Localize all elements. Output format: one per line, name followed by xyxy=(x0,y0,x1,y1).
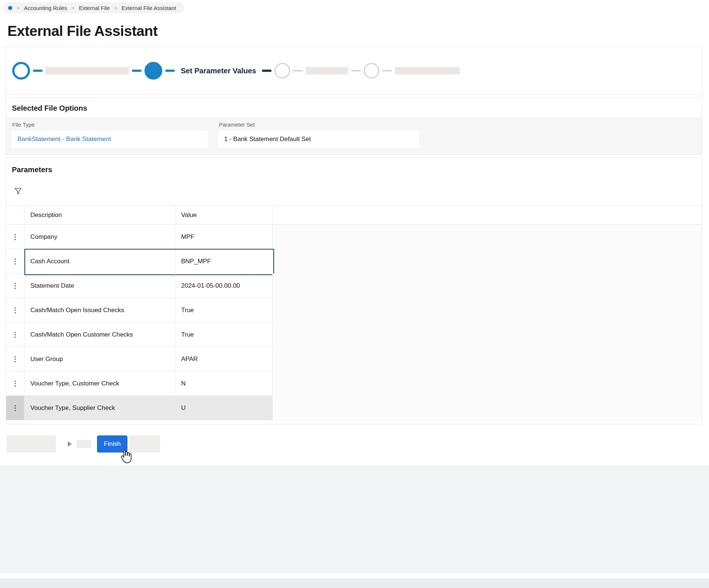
page-background-lower xyxy=(0,466,709,573)
param-description: Company xyxy=(24,225,175,249)
param-description: Voucher Type, Supplier Check xyxy=(24,396,175,420)
bottom-strip xyxy=(0,578,709,588)
wizard-footer: Finish xyxy=(7,435,709,452)
param-description: User Group xyxy=(24,347,175,371)
row-menu-button[interactable]: ⋮ xyxy=(6,225,24,249)
parameters-title: Parameters xyxy=(6,158,702,174)
parameters-table: Description Value ⋮ Company MPF ⋮ Cash A… xyxy=(6,205,702,420)
step-connector xyxy=(382,70,392,71)
step-1-indicator[interactable] xyxy=(12,62,30,80)
row-filler xyxy=(273,274,702,298)
step-connector xyxy=(351,70,361,71)
page-title: External File Assistant xyxy=(7,23,709,39)
filter-button[interactable] xyxy=(12,185,24,198)
parameters-toolbar xyxy=(6,185,702,198)
step-connector xyxy=(262,70,272,72)
parameters-section: Parameters Description Value ⋮ Company M… xyxy=(6,158,702,424)
row-menu-button[interactable]: ⋮ xyxy=(6,396,24,420)
row-filler xyxy=(273,396,702,420)
row-menu-button[interactable]: ⋮ xyxy=(6,298,24,323)
file-type-field: File Type BankStatement - Bank Statement xyxy=(11,121,208,148)
param-value[interactable]: True xyxy=(175,298,273,323)
parameter-set-value: 1 - Bank Statement Default Set xyxy=(224,136,311,143)
step-4-indicator[interactable] xyxy=(364,63,379,78)
param-description: Cash/Match Open Issued Checks xyxy=(24,298,175,323)
param-value[interactable]: 2024-01-05-00.00.00 xyxy=(175,274,273,298)
play-triangle-icon[interactable] xyxy=(68,441,72,447)
table-row[interactable]: ⋮ Statement Date 2024-01-05-00.00.00 xyxy=(6,274,702,298)
table-row[interactable]: ⋮ Voucher Type, Customer Check N xyxy=(6,371,702,396)
table-header-row: Description Value xyxy=(6,206,702,225)
kebab-menu-icon: ⋮ xyxy=(12,258,19,265)
kebab-menu-icon: ⋮ xyxy=(12,404,19,411)
step-connector xyxy=(293,70,303,71)
footer-label-redacted xyxy=(76,440,91,448)
wizard-stepper: Set Parameter Values xyxy=(12,62,460,80)
param-value[interactable]: MPF xyxy=(175,225,273,249)
step-4-label-redacted xyxy=(395,67,460,74)
breadcrumb-item-external-file-assistant: External File Assistant xyxy=(122,5,176,11)
param-value[interactable]: True xyxy=(175,323,273,347)
breadcrumb-separator: > xyxy=(71,5,74,11)
param-value[interactable]: N xyxy=(175,371,273,396)
selected-file-options-fields: File Type BankStatement - Bank Statement… xyxy=(6,117,702,154)
finish-button[interactable]: Finish xyxy=(97,435,127,452)
wizard-stepper-card: Set Parameter Values xyxy=(6,47,702,95)
header-menu-column xyxy=(6,206,24,224)
table-row[interactable]: ⋮ Cash/Match Open Issued Checks True xyxy=(6,298,702,323)
kebab-menu-icon: ⋮ xyxy=(12,233,19,240)
parameter-set-field: Parameter Set 1 - Bank Statement Default… xyxy=(218,121,419,148)
table-row[interactable]: ⋮ User Group APAR xyxy=(6,347,702,371)
param-value[interactable]: APAR xyxy=(175,347,273,371)
breadcrumb-item-external-file[interactable]: External File xyxy=(79,5,110,11)
breadcrumb-separator: > xyxy=(114,5,117,11)
table-row[interactable]: ⋮ Company MPF xyxy=(6,225,702,249)
row-filler xyxy=(273,347,702,371)
kebab-menu-icon: ⋮ xyxy=(12,331,19,338)
footer-button-redacted-1[interactable] xyxy=(7,435,56,452)
file-type-label: File Type xyxy=(12,121,208,128)
row-filler xyxy=(273,323,702,347)
breadcrumb-separator: > xyxy=(17,5,20,11)
selected-file-options-title: Selected File Options xyxy=(6,98,702,117)
param-description: Cash/Match Open Customer Checks xyxy=(24,323,175,347)
step-3-indicator[interactable] xyxy=(274,63,290,78)
row-filler xyxy=(273,225,702,249)
row-menu-button[interactable]: ⋮ xyxy=(6,371,24,396)
kebab-menu-icon: ⋮ xyxy=(12,355,19,363)
selected-file-options-section: Selected File Options File Type BankStat… xyxy=(6,98,702,155)
breadcrumb-item-accounting-rules[interactable]: Accounting Rules xyxy=(24,5,67,11)
row-menu-button[interactable]: ⋮ xyxy=(6,249,24,274)
step-connector xyxy=(33,70,43,72)
step-2-indicator[interactable] xyxy=(144,62,162,80)
row-filler xyxy=(273,249,702,274)
table-row-hovered[interactable]: ⋮ Voucher Type, Supplier Check U xyxy=(6,396,702,420)
footer-button-redacted-2[interactable] xyxy=(129,435,160,452)
breadcrumb: > Accounting Rules > External File > Ext… xyxy=(3,2,184,13)
step-1-label-redacted xyxy=(46,67,129,74)
step-connector xyxy=(165,70,175,72)
kebab-menu-icon: ⋮ xyxy=(12,307,19,314)
header-description: Description xyxy=(24,206,175,224)
row-filler xyxy=(273,298,702,323)
param-value[interactable]: U xyxy=(175,396,273,420)
row-menu-button[interactable]: ⋮ xyxy=(6,274,24,298)
filter-funnel-icon xyxy=(14,187,23,197)
table-row[interactable]: ⋮ Cash/Match Open Customer Checks True xyxy=(6,323,702,347)
step-connector xyxy=(132,70,142,72)
kebab-menu-icon: ⋮ xyxy=(12,380,19,387)
file-type-value-link[interactable]: BankStatement - Bank Statement xyxy=(17,136,111,143)
row-menu-button[interactable]: ⋮ xyxy=(6,347,24,371)
param-value[interactable]: BNP_MPF xyxy=(175,249,273,274)
active-step-label: Set Parameter Values xyxy=(181,67,256,75)
header-value: Value xyxy=(175,206,273,224)
step-3-label-redacted xyxy=(306,67,348,74)
kebab-menu-icon: ⋮ xyxy=(12,282,19,289)
table-row-selected[interactable]: ⋮ Cash Account BNP_MPF xyxy=(6,249,702,274)
home-dot-icon[interactable] xyxy=(8,6,12,10)
parameter-set-label: Parameter Set xyxy=(219,121,419,128)
param-description: Cash Account xyxy=(24,249,175,274)
row-filler xyxy=(273,371,702,396)
param-description: Voucher Type, Customer Check xyxy=(24,371,175,396)
row-menu-button[interactable]: ⋮ xyxy=(6,323,24,347)
